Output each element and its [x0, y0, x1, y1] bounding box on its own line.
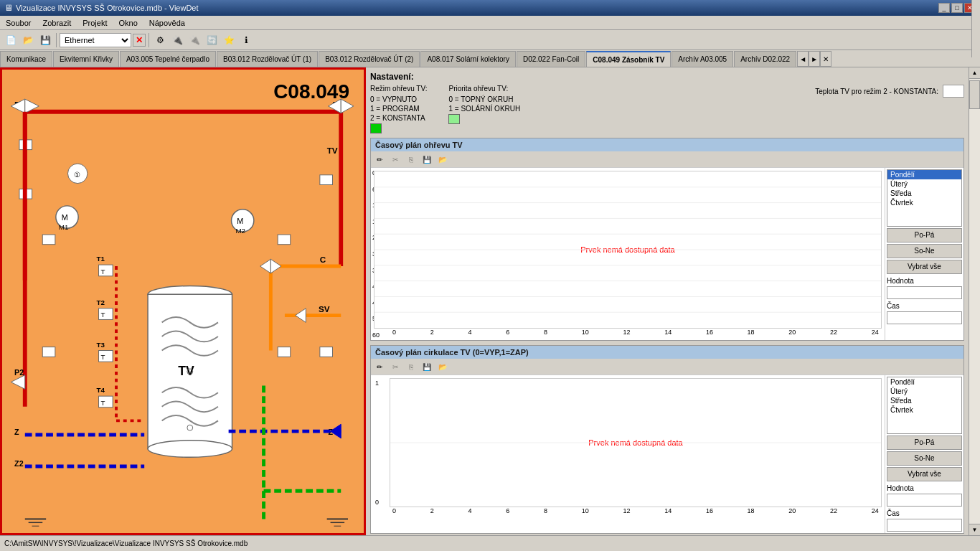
- chart1-day-streda[interactable]: Středa: [887, 189, 961, 198]
- app-icon: 🖥: [4, 3, 13, 13]
- svg-text:T4: T4: [97, 386, 105, 394]
- chart2-time-input[interactable]: [887, 519, 962, 532]
- star-button[interactable]: ⭐: [221, 32, 237, 48]
- scrollbar-down[interactable]: ▼: [969, 524, 980, 535]
- tab-ekvitemni[interactable]: Ekvitemní Křivky: [53, 51, 119, 67]
- chart2-load-btn[interactable]: 📂: [435, 360, 450, 373]
- titlebar-right: _ □ ✕: [938, 3, 976, 13]
- chart1-load-btn[interactable]: 📂: [435, 153, 450, 166]
- new-button[interactable]: 📄: [3, 32, 19, 48]
- svg-text:T: T: [100, 353, 105, 361]
- chart2-day-streda[interactable]: Středa: [887, 396, 961, 405]
- scrollbar-up[interactable]: ▲: [969, 67, 980, 79]
- settings-row: Režim ohřevu TV: 0 = VYPNUTO 1 = PROGRAM…: [370, 85, 964, 133]
- settings-button[interactable]: ⚙: [152, 32, 168, 48]
- chart1-days-listbox[interactable]: Pondělí Úterý Středa Čtvrtek: [887, 169, 962, 227]
- chart1-so-ne-btn[interactable]: So-Ne: [887, 244, 962, 258]
- scrollbar-thumb[interactable]: [969, 80, 980, 109]
- svg-marker-8: [341, 99, 354, 113]
- right-scrollbar[interactable]: ▲ ▼: [969, 67, 980, 535]
- svg-rect-69: [278, 347, 291, 357]
- chart1-value-label: Hodnota: [887, 277, 962, 285]
- chart1-day-pondeli[interactable]: Pondělí: [887, 170, 961, 179]
- chart1-day-utery[interactable]: Úterý: [887, 179, 961, 189]
- tab-b03-1[interactable]: B03.012 Rozdělovač ÚT (1): [217, 51, 318, 67]
- chart1-day-ctvrtek[interactable]: Čtvrtek: [887, 198, 961, 207]
- chart2-toolbar: ✏ ✂ ⎘ 💾 📂: [371, 359, 963, 375]
- chart2-days-listbox[interactable]: Pondělí Úterý Středa Čtvrtek: [887, 377, 962, 434]
- chart2-cut-btn[interactable]: ✂: [388, 360, 402, 373]
- chart1-all-btn[interactable]: Vybrat vše: [887, 260, 962, 274]
- menu-projekt[interactable]: Projekt: [80, 18, 110, 28]
- menu-okno[interactable]: Okno: [116, 18, 140, 28]
- svg-text:M: M: [62, 213, 68, 222]
- save-button[interactable]: 💾: [37, 32, 53, 48]
- chart2-edit-btn[interactable]: ✏: [372, 360, 387, 373]
- svg-text:①: ①: [74, 171, 80, 179]
- chart2-copy-btn[interactable]: ⎘: [404, 360, 418, 373]
- chart2-value-label: Hodnota: [887, 484, 962, 492]
- svg-rect-71: [320, 347, 333, 357]
- chart2-day-pondeli[interactable]: Pondělí: [887, 377, 961, 387]
- menu-zobrazit[interactable]: Zobrazit: [39, 18, 74, 28]
- chart2-po-pa-btn[interactable]: Po-Pá: [887, 435, 962, 450]
- tab-c08[interactable]: C08.049 Zásobník TV: [586, 51, 671, 67]
- chart2-all-btn[interactable]: Vybrat vše: [887, 467, 962, 481]
- chart2-so-ne-btn[interactable]: So-Ne: [887, 451, 962, 466]
- tab-scroll-right[interactable]: ►: [809, 51, 820, 67]
- mode-group: Režim ohřevu TV: 0 = VYPNUTO 1 = PROGRAM…: [370, 85, 427, 133]
- chart1-header: Časový plán ohřevu TV: [371, 138, 963, 151]
- menu-napoveda[interactable]: Nápověda: [146, 18, 188, 28]
- chart1-value-input[interactable]: [887, 286, 962, 299]
- connection-combo[interactable]: Ethernet: [60, 33, 131, 47]
- temp-input[interactable]: [943, 85, 964, 98]
- maximize-button[interactable]: □: [951, 3, 963, 13]
- tab-komunikace[interactable]: Komunikace: [0, 51, 52, 67]
- help-button[interactable]: ℹ: [238, 32, 254, 48]
- chart1-time-input[interactable]: [887, 311, 962, 324]
- chart2-day-ctvrtek[interactable]: Čtvrtek: [887, 405, 961, 415]
- chart1-edit-btn[interactable]: ✏: [372, 153, 387, 166]
- temp-group: Teplota TV pro režim 2 - KONSTANTA:: [815, 85, 964, 98]
- svg-text:TV: TV: [178, 364, 194, 378]
- tab-arch-d02[interactable]: Archív D02.022: [734, 51, 796, 67]
- tab-close[interactable]: ✕: [820, 51, 831, 67]
- tab-a08[interactable]: A08.017 Solární kolektory: [420, 51, 516, 67]
- tab-b03-2[interactable]: B03.012 Rozdělovač ÚT (2): [319, 51, 420, 67]
- svg-rect-66: [42, 235, 55, 245]
- svg-text:M1: M1: [59, 223, 69, 231]
- menu-soubor[interactable]: Soubor: [3, 18, 34, 28]
- refresh-button[interactable]: 🔄: [204, 32, 220, 48]
- clear-connection-button[interactable]: ✕: [133, 34, 146, 47]
- tab-arch-a03[interactable]: Archív A03.005: [672, 51, 733, 67]
- chart1-save-btn[interactable]: 💾: [420, 153, 434, 166]
- svg-text:T: T: [100, 399, 105, 407]
- temp-label: Teplota TV pro režim 2 - KONSTANTA:: [815, 88, 938, 95]
- mode-option-1: 1 = PROGRAM: [370, 105, 427, 113]
- svg-text:M: M: [237, 217, 243, 225]
- titlebar-left: 🖥 Vizualizace INVYSYS SŠ Otrokovice.mdb …: [4, 3, 199, 13]
- chart2-x-axis: 0246810 12141618202224: [374, 507, 882, 516]
- toolbar: 📄 📂 💾 Ethernet ✕ ⚙ 🔌 🔌 🔄 ⭐ ℹ: [0, 30, 980, 50]
- chart1-toolbar: ✏ ✂ ⎘ 💾 📂: [371, 151, 963, 168]
- open-button[interactable]: 📂: [20, 32, 36, 48]
- chart2-save-btn[interactable]: 💾: [420, 360, 434, 373]
- connect-button[interactable]: 🔌: [169, 32, 185, 48]
- chart2-value-input[interactable]: [887, 494, 962, 507]
- minimize-button[interactable]: _: [938, 3, 950, 13]
- mode-option-0: 0 = VYPNUTO: [370, 95, 427, 103]
- tab-a03[interactable]: A03.005 Tepelné čerpadlo: [120, 51, 216, 67]
- chart2-side: Pondělí Úterý Středa Čtvrtek Po-Pá So-Ne…: [885, 375, 963, 533]
- chart1-cut-btn[interactable]: ✂: [388, 153, 402, 166]
- svg-text:T1: T1: [97, 255, 105, 263]
- toolbar-separator-1: [56, 33, 57, 47]
- tab-d02[interactable]: D02.022 Fan-Coil: [517, 51, 585, 67]
- disconnect-button[interactable]: 🔌: [187, 32, 202, 48]
- chart2-day-utery[interactable]: Úterý: [887, 387, 961, 396]
- chart1-copy-btn[interactable]: ⎘: [404, 153, 418, 166]
- chart1-body: 60 54 48 42 36 30 24 18 12 6 0: [371, 168, 963, 340]
- right-panel: Nastavení: Režim ohřevu TV: 0 = VYPNUTO …: [366, 67, 969, 535]
- chart1-po-pa-btn[interactable]: Po-Pá: [887, 228, 962, 242]
- titlebar-title: Vizualizace INVYSYS SŠ Otrokovice.mdb - …: [16, 4, 199, 12]
- tab-scroll-left[interactable]: ◄: [797, 51, 809, 67]
